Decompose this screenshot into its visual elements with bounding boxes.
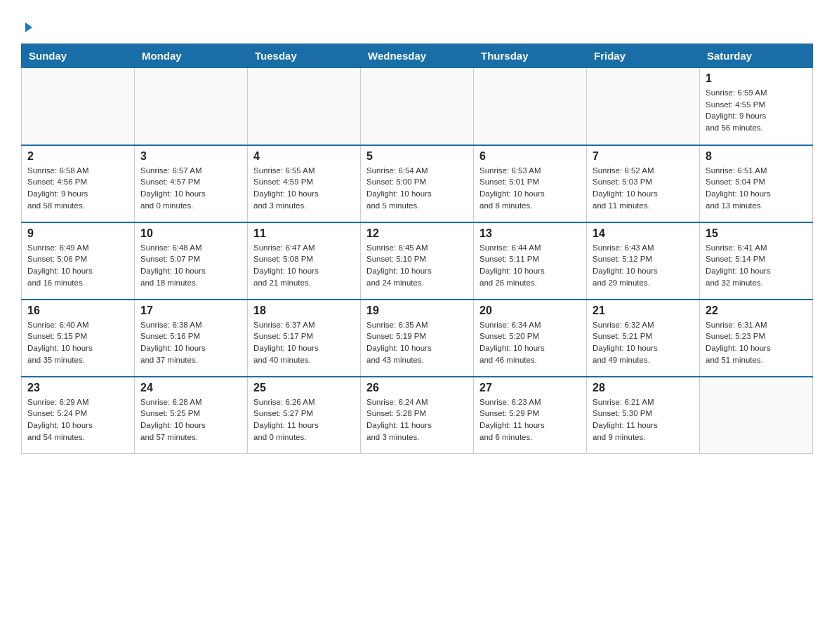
- day-info: Sunrise: 6:47 AMSunset: 5:08 PMDaylight:…: [253, 242, 355, 289]
- calendar-cell: 22Sunrise: 6:31 AMSunset: 5:23 PMDayligh…: [700, 300, 813, 377]
- week-row-1: 1Sunrise: 6:59 AMSunset: 4:55 PMDaylight…: [22, 68, 813, 145]
- day-number: 9: [27, 227, 128, 240]
- calendar-header-row: SundayMondayTuesdayWednesdayThursdayFrid…: [22, 44, 813, 68]
- calendar-cell: 23Sunrise: 6:29 AMSunset: 5:24 PMDayligh…: [22, 377, 135, 454]
- day-info: Sunrise: 6:57 AMSunset: 4:57 PMDaylight:…: [140, 165, 241, 212]
- day-number: 19: [366, 304, 468, 317]
- day-number: 25: [253, 382, 355, 394]
- day-info: Sunrise: 6:54 AMSunset: 5:00 PMDaylight:…: [366, 165, 468, 212]
- day-number: 23: [27, 382, 128, 394]
- calendar-cell: [587, 68, 700, 145]
- calendar-cell: 8Sunrise: 6:51 AMSunset: 5:04 PMDaylight…: [700, 145, 813, 222]
- day-number: 3: [140, 150, 241, 163]
- day-info: Sunrise: 6:40 AMSunset: 5:15 PMDaylight:…: [27, 319, 128, 366]
- day-number: 21: [593, 304, 694, 317]
- day-info: Sunrise: 6:29 AMSunset: 5:24 PMDaylight:…: [27, 396, 128, 443]
- day-number: 27: [479, 382, 581, 394]
- calendar-cell: 16Sunrise: 6:40 AMSunset: 5:15 PMDayligh…: [22, 300, 135, 377]
- day-info: Sunrise: 6:23 AMSunset: 5:29 PMDaylight:…: [479, 396, 581, 443]
- calendar-cell: 21Sunrise: 6:32 AMSunset: 5:21 PMDayligh…: [587, 300, 700, 377]
- day-info: Sunrise: 6:35 AMSunset: 5:19 PMDaylight:…: [366, 319, 468, 366]
- calendar-cell: 25Sunrise: 6:26 AMSunset: 5:27 PMDayligh…: [248, 377, 361, 454]
- day-number: 22: [706, 304, 807, 317]
- day-number: 2: [27, 150, 128, 163]
- calendar-cell: 7Sunrise: 6:52 AMSunset: 5:03 PMDaylight…: [587, 145, 700, 222]
- col-header-monday: Monday: [135, 44, 248, 68]
- logo-arrow-icon: [22, 21, 35, 36]
- day-info: Sunrise: 6:43 AMSunset: 5:12 PMDaylight:…: [593, 242, 694, 289]
- calendar-cell: [248, 68, 361, 145]
- col-header-sunday: Sunday: [22, 44, 135, 68]
- calendar-cell: [135, 68, 248, 145]
- day-info: Sunrise: 6:32 AMSunset: 5:21 PMDaylight:…: [593, 319, 694, 366]
- day-info: Sunrise: 6:41 AMSunset: 5:14 PMDaylight:…: [706, 242, 807, 289]
- day-info: Sunrise: 6:58 AMSunset: 4:56 PMDaylight:…: [27, 165, 128, 212]
- day-number: 8: [706, 150, 807, 163]
- col-header-wednesday: Wednesday: [361, 44, 474, 68]
- day-info: Sunrise: 6:48 AMSunset: 5:07 PMDaylight:…: [140, 242, 241, 289]
- calendar-cell: 5Sunrise: 6:54 AMSunset: 5:00 PMDaylight…: [361, 145, 474, 222]
- day-info: Sunrise: 6:59 AMSunset: 4:55 PMDaylight:…: [706, 87, 807, 134]
- calendar-cell: 19Sunrise: 6:35 AMSunset: 5:19 PMDayligh…: [361, 300, 474, 377]
- day-number: 1: [706, 72, 807, 85]
- logo: [21, 14, 35, 36]
- day-info: Sunrise: 6:44 AMSunset: 5:11 PMDaylight:…: [479, 242, 581, 289]
- day-number: 7: [593, 150, 694, 163]
- calendar-cell: 17Sunrise: 6:38 AMSunset: 5:16 PMDayligh…: [135, 300, 248, 377]
- calendar-cell: 1Sunrise: 6:59 AMSunset: 4:55 PMDaylight…: [700, 68, 813, 145]
- day-number: 13: [479, 227, 581, 240]
- week-row-3: 9Sunrise: 6:49 AMSunset: 5:06 PMDaylight…: [22, 222, 813, 300]
- col-header-tuesday: Tuesday: [248, 44, 361, 68]
- calendar-cell: 2Sunrise: 6:58 AMSunset: 4:56 PMDaylight…: [22, 145, 135, 222]
- calendar-cell: 10Sunrise: 6:48 AMSunset: 5:07 PMDayligh…: [135, 222, 248, 300]
- day-number: 26: [366, 382, 468, 394]
- calendar-cell: 28Sunrise: 6:21 AMSunset: 5:30 PMDayligh…: [587, 377, 700, 454]
- col-header-thursday: Thursday: [474, 44, 587, 68]
- day-info: Sunrise: 6:21 AMSunset: 5:30 PMDaylight:…: [593, 396, 694, 443]
- calendar-cell: 6Sunrise: 6:53 AMSunset: 5:01 PMDaylight…: [474, 145, 587, 222]
- calendar-cell: [474, 68, 587, 145]
- calendar-cell: [700, 377, 813, 454]
- calendar-cell: 3Sunrise: 6:57 AMSunset: 4:57 PMDaylight…: [135, 145, 248, 222]
- week-row-5: 23Sunrise: 6:29 AMSunset: 5:24 PMDayligh…: [22, 377, 813, 454]
- calendar-cell: [22, 68, 135, 145]
- day-number: 28: [593, 382, 694, 394]
- week-row-2: 2Sunrise: 6:58 AMSunset: 4:56 PMDaylight…: [22, 145, 813, 222]
- day-info: Sunrise: 6:53 AMSunset: 5:01 PMDaylight:…: [479, 165, 581, 212]
- day-number: 14: [593, 227, 694, 240]
- day-info: Sunrise: 6:38 AMSunset: 5:16 PMDaylight:…: [140, 319, 241, 366]
- week-row-4: 16Sunrise: 6:40 AMSunset: 5:15 PMDayligh…: [22, 300, 813, 377]
- day-info: Sunrise: 6:52 AMSunset: 5:03 PMDaylight:…: [593, 165, 694, 212]
- calendar-cell: 4Sunrise: 6:55 AMSunset: 4:59 PMDaylight…: [248, 145, 361, 222]
- day-number: 15: [706, 227, 807, 240]
- calendar-cell: 11Sunrise: 6:47 AMSunset: 5:08 PMDayligh…: [248, 222, 361, 300]
- calendar-cell: 20Sunrise: 6:34 AMSunset: 5:20 PMDayligh…: [474, 300, 587, 377]
- calendar-cell: 14Sunrise: 6:43 AMSunset: 5:12 PMDayligh…: [587, 222, 700, 300]
- calendar-cell: 24Sunrise: 6:28 AMSunset: 5:25 PMDayligh…: [135, 377, 248, 454]
- svg-marker-0: [25, 22, 32, 32]
- day-number: 5: [366, 150, 468, 163]
- day-number: 4: [253, 150, 355, 163]
- day-info: Sunrise: 6:49 AMSunset: 5:06 PMDaylight:…: [27, 242, 128, 289]
- day-number: 6: [479, 150, 581, 163]
- day-info: Sunrise: 6:37 AMSunset: 5:17 PMDaylight:…: [253, 319, 355, 366]
- calendar-cell: 27Sunrise: 6:23 AMSunset: 5:29 PMDayligh…: [474, 377, 587, 454]
- calendar-cell: 26Sunrise: 6:24 AMSunset: 5:28 PMDayligh…: [361, 377, 474, 454]
- day-number: 11: [253, 227, 355, 240]
- calendar-cell: [361, 68, 474, 145]
- day-number: 17: [140, 304, 241, 317]
- day-number: 24: [140, 382, 241, 394]
- calendar-cell: 15Sunrise: 6:41 AMSunset: 5:14 PMDayligh…: [700, 222, 813, 300]
- day-number: 18: [253, 304, 355, 317]
- page-header: [21, 14, 813, 36]
- day-number: 20: [479, 304, 581, 317]
- day-info: Sunrise: 6:28 AMSunset: 5:25 PMDaylight:…: [140, 396, 241, 443]
- day-info: Sunrise: 6:31 AMSunset: 5:23 PMDaylight:…: [706, 319, 807, 366]
- calendar-cell: 18Sunrise: 6:37 AMSunset: 5:17 PMDayligh…: [248, 300, 361, 377]
- calendar-cell: 13Sunrise: 6:44 AMSunset: 5:11 PMDayligh…: [474, 222, 587, 300]
- day-number: 12: [366, 227, 468, 240]
- col-header-friday: Friday: [587, 44, 700, 68]
- day-info: Sunrise: 6:26 AMSunset: 5:27 PMDaylight:…: [253, 396, 355, 443]
- calendar-cell: 12Sunrise: 6:45 AMSunset: 5:10 PMDayligh…: [361, 222, 474, 300]
- day-number: 16: [27, 304, 128, 317]
